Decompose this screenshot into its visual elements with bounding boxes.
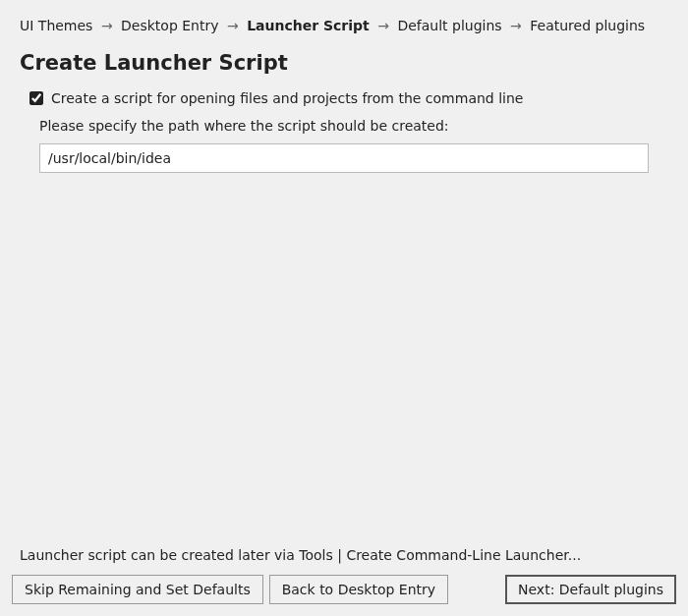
path-label: Please specify the path where the script… bbox=[39, 118, 649, 134]
button-bar: Skip Remaining and Set Defaults Back to … bbox=[0, 575, 688, 616]
content-area: Create a script for opening files and pr… bbox=[0, 90, 688, 547]
hint-text: Launcher script can be created later via… bbox=[0, 547, 688, 575]
page-title: Create Launcher Script bbox=[0, 41, 688, 90]
breadcrumb-step-desktop-entry[interactable]: Desktop Entry bbox=[121, 18, 218, 33]
breadcrumb-separator: → bbox=[101, 18, 113, 33]
breadcrumb-separator: → bbox=[510, 18, 522, 33]
breadcrumb-step-default-plugins[interactable]: Default plugins bbox=[397, 18, 501, 33]
breadcrumb-step-featured-plugins[interactable]: Featured plugins bbox=[530, 18, 645, 33]
back-button[interactable]: Back to Desktop Entry bbox=[269, 575, 448, 604]
next-button[interactable]: Next: Default plugins bbox=[505, 575, 676, 604]
skip-remaining-button[interactable]: Skip Remaining and Set Defaults bbox=[12, 575, 263, 604]
create-script-checkbox[interactable] bbox=[29, 91, 43, 105]
create-script-checkbox-label[interactable]: Create a script for opening files and pr… bbox=[51, 90, 523, 106]
breadcrumb: UI Themes → Desktop Entry → Launcher Scr… bbox=[0, 0, 688, 41]
breadcrumb-step-ui-themes[interactable]: UI Themes bbox=[20, 18, 92, 33]
button-bar-spacer bbox=[454, 575, 499, 604]
script-path-input[interactable] bbox=[39, 143, 649, 173]
breadcrumb-step-launcher-script[interactable]: Launcher Script bbox=[247, 18, 370, 33]
breadcrumb-separator: → bbox=[227, 18, 239, 33]
breadcrumb-separator: → bbox=[377, 18, 389, 33]
create-script-checkbox-row: Create a script for opening files and pr… bbox=[29, 90, 649, 106]
